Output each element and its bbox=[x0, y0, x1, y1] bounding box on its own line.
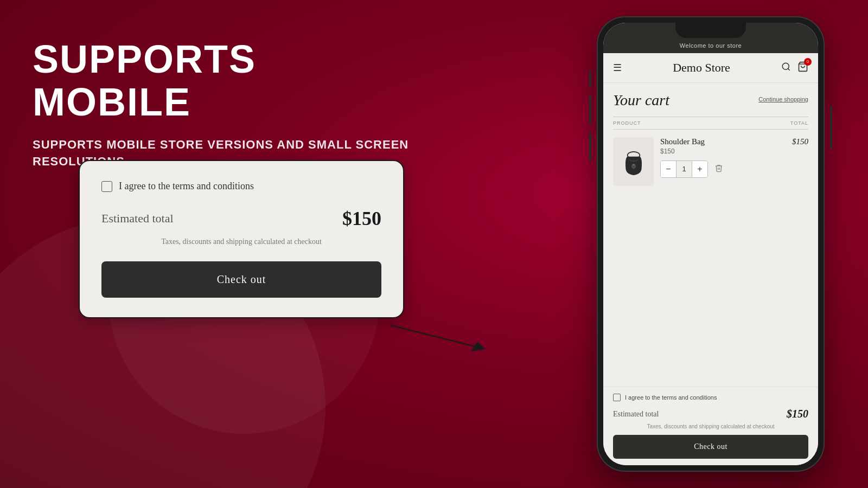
card-checkout-button[interactable]: Check out bbox=[101, 261, 381, 298]
card-terms-row: I agree to the terms and conditions bbox=[101, 181, 381, 192]
phone-total-amount: $150 bbox=[787, 408, 808, 420]
bag-illustration bbox=[620, 144, 647, 179]
card-terms-label: I agree to the terms and conditions bbox=[119, 181, 254, 192]
phone-screen-area: Welcome to our store ☰ Demo Store bbox=[603, 23, 818, 465]
phone-side-button-2 bbox=[589, 95, 591, 125]
product-name-price-row: Shoulder Bag $150 bbox=[660, 137, 808, 147]
phone-screen: Welcome to our store ☰ Demo Store bbox=[603, 23, 818, 465]
phone-side-button-right bbox=[830, 106, 832, 149]
quantity-control: − 1 + bbox=[660, 160, 708, 178]
store-name: Demo Store bbox=[673, 61, 730, 75]
card-total-amount: $150 bbox=[342, 207, 381, 230]
svg-line-3 bbox=[788, 68, 789, 70]
store-header: ☰ Demo Store bbox=[603, 53, 818, 83]
cart-content-area[interactable]: Your cart Continue shopping PRODUCT TOTA… bbox=[603, 83, 818, 387]
product-details: Shoulder Bag $150 $150 − 1 + bbox=[660, 137, 808, 186]
phone-estimated-label: Estimated total bbox=[613, 410, 659, 419]
left-content-area: SUPPORTS MOBILE SUPPORTS MOBILE STORE VE… bbox=[33, 38, 423, 170]
floating-card: I agree to the terms and conditions Esti… bbox=[79, 160, 404, 318]
cart-header-row: Your cart Continue shopping bbox=[613, 92, 808, 109]
qty-value: 1 bbox=[676, 161, 692, 177]
cart-title: Your cart bbox=[613, 92, 669, 109]
phone-notch bbox=[675, 23, 746, 38]
cart-columns: PRODUCT TOTAL bbox=[613, 117, 808, 130]
phone-terms-row: I agree to the terms and conditions bbox=[613, 394, 808, 401]
quantity-row: − 1 + bbox=[660, 160, 808, 178]
product-row: Shoulder Bag $150 $150 − 1 + bbox=[613, 137, 808, 186]
phone-outer-shell: Welcome to our store ☰ Demo Store bbox=[597, 16, 825, 472]
cart-badge: 0 bbox=[804, 58, 812, 66]
hamburger-icon[interactable]: ☰ bbox=[613, 63, 622, 73]
product-image bbox=[613, 137, 654, 186]
phone-terms-label: I agree to the terms and conditions bbox=[625, 394, 717, 401]
svg-point-7 bbox=[633, 164, 634, 165]
store-topbar-text: Welcome to our store bbox=[680, 42, 742, 49]
qty-decrease-button[interactable]: − bbox=[661, 161, 676, 177]
phone-terms-checkbox[interactable] bbox=[613, 394, 621, 401]
total-col-header: TOTAL bbox=[790, 120, 808, 126]
cart-summary: I agree to the terms and conditions Esti… bbox=[603, 387, 818, 465]
header-icons: 0 bbox=[781, 61, 808, 75]
svg-point-2 bbox=[782, 63, 789, 69]
search-icon[interactable] bbox=[781, 62, 791, 74]
cart-icon[interactable]: 0 bbox=[797, 61, 808, 75]
card-total-row: Estimated total $150 bbox=[101, 207, 381, 230]
phone-checkout-button[interactable]: Check out bbox=[613, 435, 808, 459]
card-estimated-label: Estimated total bbox=[101, 211, 174, 226]
continue-shopping-link[interactable]: Continue shopping bbox=[758, 96, 808, 102]
qty-increase-button[interactable]: + bbox=[692, 161, 707, 177]
main-heading: SUPPORTS MOBILE bbox=[33, 38, 423, 124]
card-terms-checkbox[interactable] bbox=[101, 181, 112, 192]
delete-item-button[interactable] bbox=[712, 162, 725, 177]
product-price-right: $150 bbox=[792, 137, 808, 146]
product-name: Shoulder Bag bbox=[660, 137, 705, 146]
product-price-sub: $150 bbox=[660, 147, 808, 155]
product-col-header: PRODUCT bbox=[613, 120, 641, 126]
phone-total-row: Estimated total $150 bbox=[613, 408, 808, 420]
phone-side-button-1 bbox=[589, 70, 591, 88]
phone-tax-note: Taxes, discounts and shipping calculated… bbox=[613, 423, 808, 429]
card-tax-note: Taxes, discounts and shipping calculated… bbox=[101, 237, 381, 246]
phone-side-button-3 bbox=[589, 131, 591, 161]
phone-mockup-container: Welcome to our store ☰ Demo Store bbox=[597, 16, 825, 472]
